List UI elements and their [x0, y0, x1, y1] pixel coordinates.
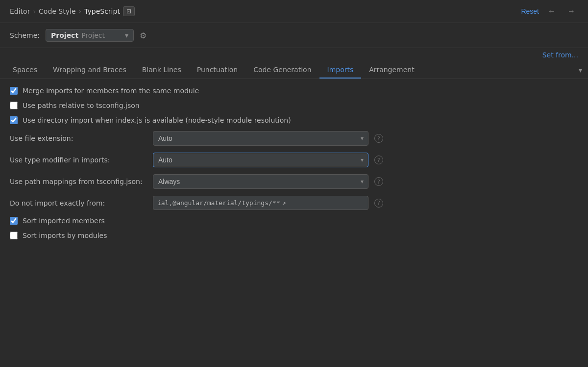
field-row-path-mappings: Use path mappings from tsconfig.json:Alw…	[10, 174, 578, 189]
checkbox-sort-imports-by-modules[interactable]	[10, 232, 18, 239]
set-from-link[interactable]: Set from...	[542, 51, 578, 59]
checkbox-row-use-directory: Use directory import when index.js is av…	[10, 116, 578, 124]
content-area: Merge imports for members from the same …	[0, 79, 588, 355]
gear-icon[interactable]: ⚙	[140, 31, 147, 40]
checkbox-label-use-directory[interactable]: Use directory import when index.js is av…	[23, 116, 291, 124]
checkbox-merge-imports[interactable]	[10, 87, 18, 95]
reset-button[interactable]: Reset	[521, 7, 539, 15]
minimize-button[interactable]: ⊡	[123, 6, 135, 16]
tab-wrapping[interactable]: Wrapping and Braces	[45, 62, 134, 79]
field-label-path-mappings: Use path mappings from tsconfig.json:	[10, 178, 147, 185]
tab-arrangement[interactable]: Arrangement	[361, 62, 422, 79]
field-row-file-extension: Use file extension:AutoAlwaysNever▾?	[10, 131, 578, 146]
text-input-field[interactable]: ial,@angular/material/typings/**↗	[153, 196, 368, 210]
select-path-mappings[interactable]: AlwaysNeverAuto	[153, 174, 368, 189]
tab-code-generation[interactable]: Code Generation	[245, 62, 319, 79]
help-icon-file-extension[interactable]: ?	[374, 134, 383, 143]
select-wrapper-type-modifier: AutoAlwaysNever▾	[153, 153, 368, 167]
header-right: Reset ← →	[521, 6, 578, 17]
select-type-modifier[interactable]: AutoAlwaysNever	[153, 153, 368, 167]
scheme-row: Scheme: Project Project ▾ ⚙	[0, 23, 588, 48]
tab-spaces[interactable]: Spaces	[5, 62, 45, 79]
tab-punctuation[interactable]: Punctuation	[189, 62, 245, 79]
field-row-type-modifier: Use type modifier in imports:AutoAlwaysN…	[10, 153, 578, 167]
checkbox-label-sort-imports-by-modules[interactable]: Sort imports by modules	[23, 232, 107, 239]
tabs-row: SpacesWrapping and BracesBlank LinesPunc…	[0, 62, 588, 79]
set-from-row: Set from...	[0, 48, 588, 62]
header: Editor › Code Style › TypeScript ⊡ Reset…	[0, 0, 588, 23]
select-wrapper-path-mappings: AlwaysNeverAuto▾	[153, 174, 368, 189]
scheme-light: Project	[81, 31, 105, 39]
field-row-text: Do not import exactly from:ial,@angular/…	[10, 196, 578, 210]
back-button[interactable]: ←	[545, 6, 559, 17]
breadcrumb-typescript: TypeScript	[84, 7, 120, 15]
scheme-label: Scheme:	[10, 31, 40, 39]
checkbox-label-use-paths[interactable]: Use paths relative to tsconfig.json	[23, 102, 140, 109]
checkbox-row-merge-imports: Merge imports for members from the same …	[10, 87, 578, 95]
tabs-more-icon[interactable]: ▾	[573, 62, 588, 78]
help-icon-path-mappings[interactable]: ?	[374, 177, 383, 186]
tab-imports[interactable]: Imports	[319, 62, 362, 79]
breadcrumb-sep1: ›	[33, 7, 36, 15]
breadcrumb: Editor › Code Style › TypeScript ⊡	[10, 6, 135, 16]
checkbox-row-sort-imports-by-modules: Sort imports by modules	[10, 232, 578, 239]
forward-button[interactable]: →	[564, 6, 578, 17]
checkbox-row-sort-imported-members: Sort imported members	[10, 217, 578, 225]
breadcrumb-sep2: ›	[79, 7, 82, 15]
select-file-extension[interactable]: AutoAlwaysNever	[153, 131, 368, 146]
checkbox-label-sort-imported-members[interactable]: Sort imported members	[23, 217, 105, 225]
field-label-file-extension: Use file extension:	[10, 134, 147, 142]
field-label-type-modifier: Use type modifier in imports:	[10, 156, 147, 164]
text-input-value: ial,@angular/material/typings/**	[157, 199, 280, 207]
checkbox-sort-imported-members[interactable]	[10, 217, 18, 225]
select-wrapper-file-extension: AutoAlwaysNever▾	[153, 131, 368, 146]
expand-icon[interactable]: ↗	[282, 199, 286, 207]
scheme-bold: Project	[51, 31, 78, 39]
scheme-select[interactable]: Project Project ▾	[46, 29, 134, 42]
breadcrumb-codestyle[interactable]: Code Style	[39, 7, 75, 15]
tab-blank-lines[interactable]: Blank Lines	[134, 62, 189, 79]
help-icon-text-field[interactable]: ?	[374, 199, 383, 208]
text-field-label: Do not import exactly from:	[10, 199, 147, 207]
help-icon-type-modifier[interactable]: ?	[374, 156, 383, 164]
scheme-chevron-icon: ▾	[125, 31, 128, 39]
checkbox-row-use-paths: Use paths relative to tsconfig.json	[10, 102, 578, 109]
checkbox-use-paths[interactable]	[10, 102, 18, 109]
breadcrumb-editor: Editor	[10, 7, 30, 15]
checkbox-use-directory[interactable]	[10, 116, 18, 124]
checkbox-label-merge-imports[interactable]: Merge imports for members from the same …	[23, 87, 199, 95]
